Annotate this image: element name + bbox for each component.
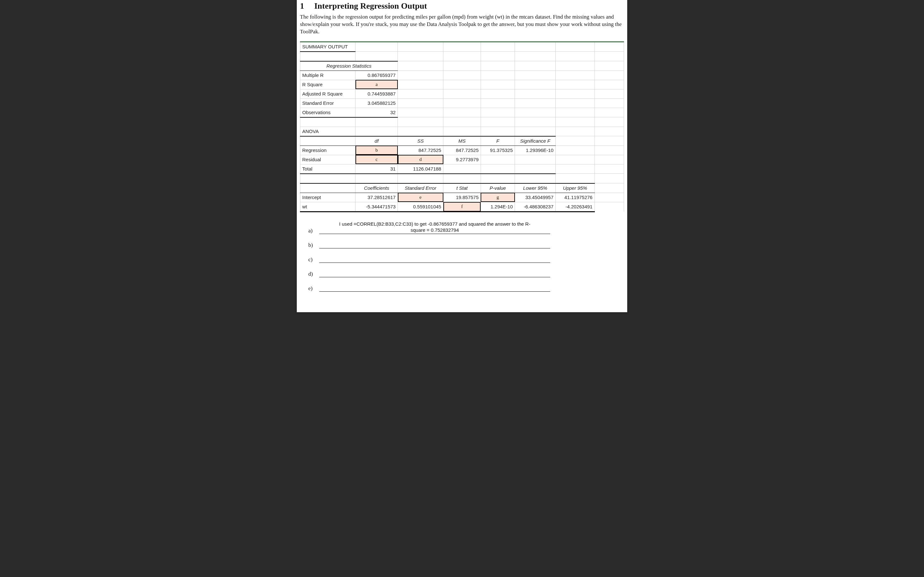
label-multiple-r: Multiple R — [300, 71, 355, 80]
coef-hdr-hi: Upper 95% — [556, 183, 595, 193]
blank-f: f — [443, 202, 481, 211]
coef-row-intercept: Intercept — [300, 193, 355, 202]
anova-hdr-df: df — [355, 136, 398, 146]
anova-reg-sigf: 1.29396E-10 — [515, 145, 556, 155]
anova-total-df: 31 — [355, 164, 398, 174]
coef-wt-p: 1.294E-10 — [481, 202, 515, 211]
blank-e: e — [398, 193, 443, 202]
blank-d: d — [398, 155, 443, 164]
coef-wt-lo: -6.486308237 — [515, 202, 556, 211]
answer-line-b — [319, 242, 550, 248]
answer-section: a) I used =CORREL(B2:B33,C2:C33) to get … — [300, 221, 624, 292]
anova-row-total: Total — [300, 164, 355, 174]
label-observations: Observations — [300, 108, 355, 117]
answer-line-d — [319, 271, 550, 277]
answer-row-b: b) — [309, 242, 624, 248]
summary-output-label: SUMMARY OUTPUT — [300, 42, 355, 52]
answer-line-c — [319, 256, 550, 263]
anova-label: ANOVA — [300, 127, 355, 136]
coef-wt-coef: -5.344471573 — [355, 202, 398, 211]
anova-reg-ms: 847.72525 — [443, 145, 481, 155]
coef-intercept-coef: 37.28512617 — [355, 193, 398, 202]
coef-hdr-t: t Stat — [443, 183, 481, 193]
document-page: 1 Interpreting Regression Output The fol… — [297, 0, 627, 312]
anova-hdr-ms: MS — [443, 136, 481, 146]
anova-total-ss: 1126.047188 — [398, 164, 443, 174]
answer-label-d: d) — [309, 271, 315, 277]
coef-hdr-se: Standard Error — [398, 183, 443, 193]
anova-reg-f: 91.375325 — [481, 145, 515, 155]
coef-hdr-coef: Coefficients — [355, 183, 398, 193]
anova-res-ms: 9.2773979 — [443, 155, 481, 164]
answer-label-a: a) — [309, 227, 315, 234]
answer-line-e — [319, 285, 550, 292]
answer-line-a: I used =CORREL(B2:B33,C2:C33) to get -0.… — [319, 221, 550, 234]
answer-row-d: d) — [309, 271, 624, 277]
answer-label-e: e) — [309, 285, 315, 292]
blank-a: a — [355, 80, 398, 89]
coef-intercept-hi: 41.11975276 — [556, 193, 595, 202]
anova-hdr-ss: SS — [398, 136, 443, 146]
label-std-error: Standard Error — [300, 98, 355, 108]
answer-label-b: b) — [309, 242, 315, 248]
coef-wt-hi: -4.20263491 — [556, 202, 595, 211]
coef-hdr-p: P-value — [481, 183, 515, 193]
section-number: 1 — [300, 1, 312, 11]
blank-g: g — [481, 193, 515, 202]
answer-a-text-1: I used =CORREL(B2:B33,C2:C33) to get -0.… — [339, 221, 530, 227]
coef-wt-se: 0.559101045 — [398, 202, 443, 211]
answer-a-text-2: square = 0.752832794 — [411, 227, 459, 233]
coef-intercept-lo: 33.45049957 — [515, 193, 556, 202]
answer-row-e: e) — [309, 285, 624, 292]
regression-statistics-header: Regression Statistics — [300, 61, 398, 71]
anova-row-residual: Residual — [300, 155, 355, 164]
label-r-square: R Square — [300, 80, 355, 89]
regression-output-table: SUMMARY OUTPUT Regression Statistics Mul… — [300, 41, 624, 212]
blank-b: b — [355, 145, 398, 155]
blank-c: c — [355, 155, 398, 164]
answer-label-c: c) — [309, 256, 315, 263]
intro-paragraph: The following is the regression output f… — [300, 13, 624, 35]
anova-row-regression: Regression — [300, 145, 355, 155]
section-heading: 1 Interpreting Regression Output — [300, 1, 624, 11]
anova-reg-ss: 847.72525 — [398, 145, 443, 155]
anova-hdr-f: F — [481, 136, 515, 146]
anova-hdr-sigf: Significance F — [515, 136, 556, 146]
coef-intercept-t: 19.857575 — [443, 193, 481, 202]
answer-row-a: a) I used =CORREL(B2:B33,C2:C33) to get … — [309, 221, 624, 234]
coef-hdr-lo: Lower 95% — [515, 183, 556, 193]
page-container: 1 Interpreting Regression Output The fol… — [0, 0, 924, 325]
value-std-error: 3.045882125 — [355, 98, 398, 108]
label-adj-r-square: Adjusted R Square — [300, 89, 355, 98]
value-observations: 32 — [355, 108, 398, 117]
answer-row-c: c) — [309, 256, 624, 263]
value-adj-r-square: 0.744593887 — [355, 89, 398, 98]
coef-row-wt: wt — [300, 202, 355, 211]
section-title-text: Interpreting Regression Output — [314, 1, 427, 11]
value-multiple-r: 0.867659377 — [355, 71, 398, 80]
